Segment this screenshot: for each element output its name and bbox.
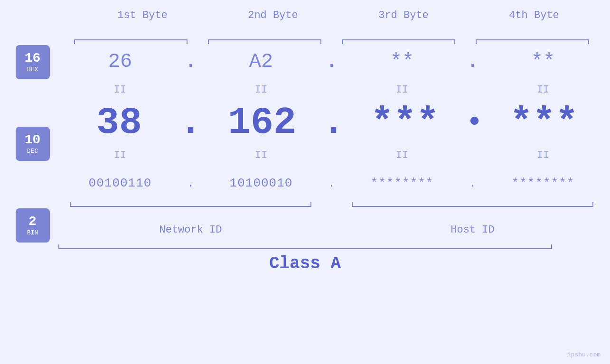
bin-val-3: ******** [341, 176, 463, 190]
hex-dot-2: . [322, 50, 341, 73]
bottom-labels: Network ID Host ID [59, 224, 604, 236]
network-bracket [59, 206, 322, 220]
dec-badge-num: 10 [25, 133, 41, 148]
bin-dot-1: . [181, 176, 200, 190]
bin-val-4: ******** [482, 176, 604, 190]
byte-header-4: 4th Byte [482, 9, 586, 21]
main-container: 1st Byte 2nd Byte 3rd Byte 4th Byte 16 H… [0, 0, 610, 364]
bottom-section: Network ID Host ID [59, 206, 604, 236]
dec-val-1: 38 [59, 101, 179, 144]
bracket-1 [64, 26, 198, 40]
eq-2-2: II [200, 149, 322, 161]
class-label: Class A [269, 254, 341, 273]
byte-header-2: 2nd Byte [221, 9, 325, 21]
hex-val-4: ** [482, 50, 604, 73]
bottom-brackets [59, 206, 604, 220]
bracket-3 [332, 26, 466, 40]
top-brackets [59, 26, 604, 40]
hex-row: 26 . A2 . ** . ** [59, 43, 604, 81]
eq-2-3: II [341, 149, 463, 161]
dec-badge: 10 DEC [16, 127, 50, 161]
hex-dot-1: . [181, 50, 200, 73]
bin-row: 00100110 . 10100010 . ******** . [59, 164, 604, 202]
eq-1-1: II [59, 84, 181, 96]
host-bracket [341, 206, 604, 220]
dec-val-2: 162 [202, 101, 322, 144]
byte-header-1: 1st Byte [90, 9, 195, 21]
hex-val-3: ** [341, 50, 463, 73]
dec-dot-1: . [179, 101, 202, 144]
bin-val-2: 10100010 [200, 176, 322, 190]
watermark: ipshu.com [567, 351, 601, 358]
hex-val-1: 26 [59, 50, 181, 73]
bin-dot-3: . [463, 176, 482, 190]
dec-row: 38 . 162 . *** • *** [59, 99, 604, 146]
eq-row-1: II II II II [59, 81, 604, 99]
eq-1-3: II [341, 84, 463, 96]
hex-val-2: A2 [200, 50, 322, 73]
eq-row-2: II II II II [59, 146, 604, 164]
network-id-label: Network ID [59, 224, 322, 236]
hex-badge-label: HEX [27, 66, 38, 73]
bin-dot-2: . [322, 176, 341, 190]
eq-1-4: II [482, 84, 604, 96]
dec-badge-label: DEC [27, 148, 38, 155]
byte-headers: 1st Byte 2nd Byte 3rd Byte 4th Byte [77, 9, 600, 21]
byte-header-3: 3rd Byte [351, 9, 456, 21]
badges-column: 16 HEX 10 DEC 2 BIN [16, 45, 50, 243]
eq-1-2: II [200, 84, 322, 96]
bin-badge-num: 2 [28, 215, 37, 229]
eq-2-4: II [482, 149, 604, 161]
main-area: 16 HEX 10 DEC 2 BIN [16, 26, 604, 243]
values-grid: 26 . A2 . ** . ** [59, 26, 604, 236]
dec-dot-2: . [322, 101, 345, 144]
bin-badge: 2 BIN [16, 208, 50, 243]
hex-dot-3: . [463, 50, 482, 73]
bin-val-1: 00100110 [59, 176, 181, 190]
eq-2-1: II [59, 149, 181, 161]
host-id-label: Host ID [341, 224, 604, 236]
bin-badge-label: BIN [27, 229, 38, 236]
dec-val-3: *** [345, 101, 465, 144]
outer-bracket [58, 248, 552, 249]
bracket-4 [466, 26, 600, 40]
bracket-2 [198, 26, 332, 40]
dec-val-4: *** [484, 101, 604, 144]
dec-dot-3: • [465, 106, 484, 139]
hex-badge: 16 HEX [16, 45, 50, 79]
hex-badge-num: 16 [25, 51, 41, 66]
